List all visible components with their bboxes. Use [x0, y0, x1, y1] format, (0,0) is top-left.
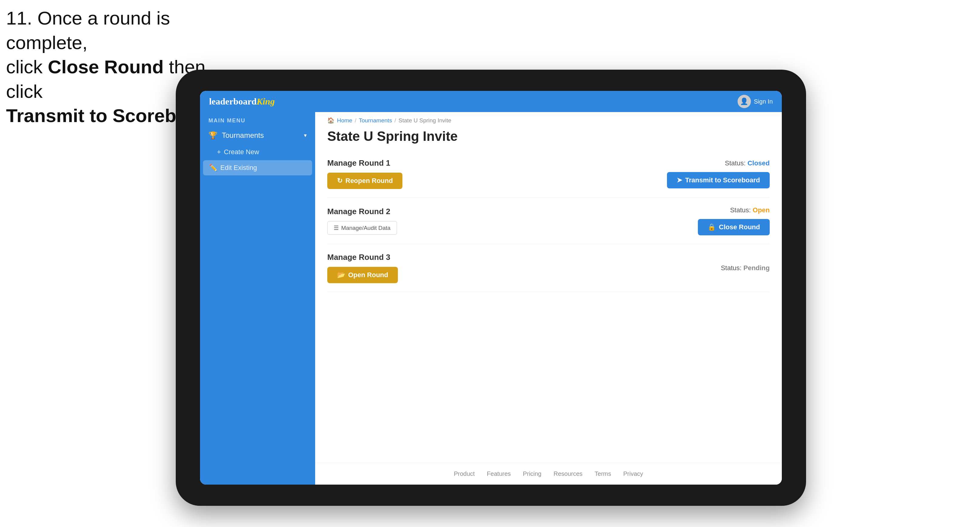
reopen-round-button[interactable]: ↻ Reopen Round — [327, 173, 402, 189]
logo-leaderboard: leaderboard — [209, 96, 257, 106]
reopen-icon: ↻ — [337, 177, 342, 185]
create-new-label: Create New — [224, 148, 259, 156]
footer-pricing[interactable]: Pricing — [523, 470, 541, 477]
breadcrumb-sep-2: / — [395, 117, 396, 124]
open-round-label: Open Round — [348, 271, 388, 279]
round-2-status-value: Open — [753, 206, 770, 214]
sign-in-label[interactable]: Sign In — [754, 98, 773, 105]
content-area: 🏠 Home / Tournaments / State U Spring In… — [315, 112, 782, 484]
logo: leaderboardKing — [209, 96, 275, 106]
close-round-button[interactable]: 🔒 Close Round — [698, 219, 770, 235]
lock-icon: 🔒 — [708, 223, 716, 231]
footer-privacy[interactable]: Privacy — [623, 470, 643, 477]
tournaments-label: Tournaments — [222, 131, 264, 140]
close-round-label: Close Round — [719, 223, 760, 231]
transmit-label: Transmit to Scoreboard — [685, 176, 760, 184]
sidebar-item-create-new[interactable]: + Create New — [200, 144, 315, 160]
round-3-status: Status: Pending — [721, 264, 770, 272]
transmit-to-scoreboard-button[interactable]: ➤ Transmit to Scoreboard — [667, 172, 770, 188]
breadcrumb-sep-1: / — [355, 117, 356, 124]
breadcrumb: 🏠 Home / Tournaments / State U Spring In… — [315, 112, 782, 129]
tablet-screen: leaderboardKing 👤 Sign In MAIN MENU 🏆 To… — [200, 91, 782, 484]
edit-icon: ✏️ — [209, 164, 217, 172]
avatar-icon: 👤 — [738, 95, 751, 108]
manage-audit-data-button[interactable]: ☰ Manage/Audit Data — [327, 221, 397, 235]
round-1-title: Manage Round 1 — [327, 159, 402, 168]
sidebar-item-tournaments[interactable]: 🏆 Tournaments ▾ — [200, 126, 315, 144]
round-2-title: Manage Round 2 — [327, 207, 397, 216]
round-2-status: Status: Open — [730, 206, 770, 214]
breadcrumb-current: State U Spring Invite — [398, 117, 451, 124]
round-row-1: Manage Round 1 ↻ Reopen Round Status: Cl… — [327, 150, 770, 198]
main-layout: MAIN MENU 🏆 Tournaments ▾ + Create New ✏… — [200, 112, 782, 484]
sidebar-item-edit-existing[interactable]: ✏️ Edit Existing — [203, 160, 312, 175]
sidebar: MAIN MENU 🏆 Tournaments ▾ + Create New ✏… — [200, 112, 315, 484]
edit-existing-label: Edit Existing — [220, 164, 257, 172]
round-row-2: Manage Round 2 ☰ Manage/Audit Data Statu… — [327, 198, 770, 244]
round-3-status-value: Pending — [743, 264, 770, 272]
screen-header: leaderboardKing 👤 Sign In — [200, 91, 782, 112]
breadcrumb-tournaments[interactable]: Tournaments — [359, 117, 392, 124]
round-3-title: Manage Round 3 — [327, 252, 398, 262]
footer-resources[interactable]: Resources — [554, 470, 583, 477]
breadcrumb-home[interactable]: Home — [337, 117, 352, 124]
tablet-frame: leaderboardKing 👤 Sign In MAIN MENU 🏆 To… — [176, 70, 806, 506]
round-1-status-value: Closed — [748, 159, 770, 167]
round-1-status: Status: Closed — [725, 159, 770, 167]
chevron-down-icon: ▾ — [304, 132, 307, 139]
logo-king: King — [257, 96, 275, 106]
main-menu-label: MAIN MENU — [200, 112, 315, 126]
reopen-round-label: Reopen Round — [345, 177, 393, 185]
page-title: State U Spring Invite — [315, 129, 782, 150]
open-icon: 📂 — [337, 271, 345, 279]
round-row-3: Manage Round 3 📂 Open Round Status: Pend… — [327, 244, 770, 292]
home-icon: 🏠 — [327, 117, 334, 124]
footer-product[interactable]: Product — [454, 470, 475, 477]
audit-icon: ☰ — [334, 224, 339, 232]
footer-terms[interactable]: Terms — [595, 470, 611, 477]
rounds-container: Manage Round 1 ↻ Reopen Round Status: Cl… — [315, 150, 782, 463]
audit-label: Manage/Audit Data — [341, 225, 391, 232]
sign-in-area[interactable]: 👤 Sign In — [738, 95, 773, 108]
plus-icon: + — [217, 148, 221, 156]
footer: Product Features Pricing Resources Terms… — [315, 463, 782, 484]
trophy-icon: 🏆 — [208, 131, 218, 140]
open-round-button[interactable]: 📂 Open Round — [327, 267, 398, 283]
transmit-icon: ➤ — [677, 176, 682, 184]
footer-features[interactable]: Features — [487, 470, 511, 477]
